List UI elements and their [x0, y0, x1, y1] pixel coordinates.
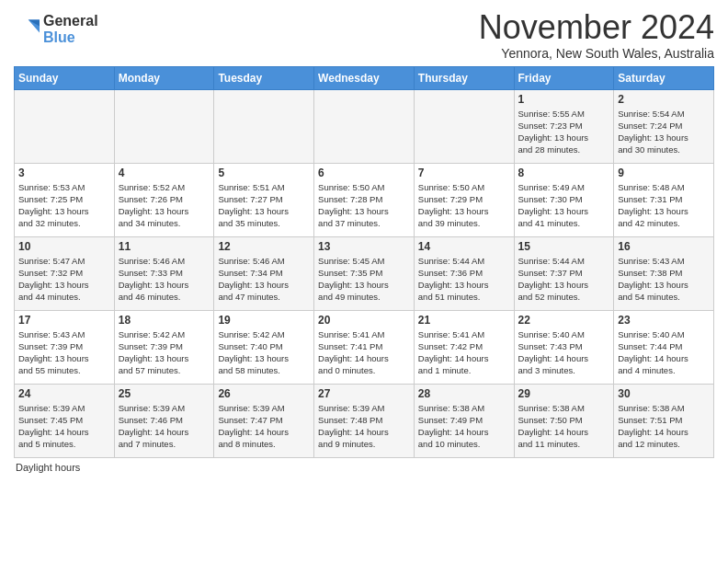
column-header-wednesday: Wednesday	[314, 66, 415, 89]
calendar-cell: 13Sunrise: 5:45 AM Sunset: 7:35 PM Dayli…	[314, 236, 415, 310]
day-number: 7	[418, 167, 510, 179]
day-number: 13	[318, 240, 410, 253]
logo: General Blue	[14, 13, 98, 46]
day-info: Sunrise: 5:42 AM Sunset: 7:39 PM Dayligh…	[119, 328, 210, 377]
day-info: Sunrise: 5:52 AM Sunset: 7:26 PM Dayligh…	[119, 181, 210, 230]
day-info: Sunrise: 5:46 AM Sunset: 7:34 PM Dayligh…	[218, 255, 310, 304]
day-number: 29	[518, 387, 610, 400]
calendar-cell: 5Sunrise: 5:51 AM Sunset: 7:27 PM Daylig…	[214, 163, 314, 236]
calendar-cell: 3Sunrise: 5:53 AM Sunset: 7:25 PM Daylig…	[15, 163, 115, 236]
day-info: Sunrise: 5:50 AM Sunset: 7:29 PM Dayligh…	[418, 181, 510, 230]
day-number: 28	[418, 387, 510, 400]
day-info: Sunrise: 5:53 AM Sunset: 7:25 PM Dayligh…	[18, 181, 110, 230]
calendar-week-row: 3Sunrise: 5:53 AM Sunset: 7:25 PM Daylig…	[15, 163, 714, 236]
day-number: 20	[318, 314, 410, 327]
day-number: 23	[618, 314, 710, 327]
calendar-cell: 9Sunrise: 5:48 AM Sunset: 7:31 PM Daylig…	[614, 163, 714, 236]
calendar-week-row: 17Sunrise: 5:43 AM Sunset: 7:39 PM Dayli…	[15, 310, 714, 384]
day-info: Sunrise: 5:48 AM Sunset: 7:31 PM Dayligh…	[618, 181, 710, 230]
calendar-cell: 2Sunrise: 5:54 AM Sunset: 7:24 PM Daylig…	[614, 89, 714, 163]
calendar-cell: 20Sunrise: 5:41 AM Sunset: 7:41 PM Dayli…	[314, 310, 415, 384]
day-number: 14	[418, 240, 510, 253]
day-number: 4	[119, 167, 210, 179]
day-info: Sunrise: 5:43 AM Sunset: 7:38 PM Dayligh…	[618, 255, 710, 304]
subtitle: Yennora, New South Wales, Australia	[479, 46, 714, 61]
day-number: 27	[318, 387, 410, 400]
calendar-week-row: 24Sunrise: 5:39 AM Sunset: 7:45 PM Dayli…	[15, 384, 714, 457]
day-info: Sunrise: 5:39 AM Sunset: 7:46 PM Dayligh…	[119, 402, 210, 451]
day-info: Sunrise: 5:39 AM Sunset: 7:47 PM Dayligh…	[218, 402, 310, 451]
day-number: 10	[18, 240, 110, 253]
calendar-header-row: SundayMondayTuesdayWednesdayThursdayFrid…	[15, 66, 714, 89]
day-info: Sunrise: 5:42 AM Sunset: 7:40 PM Dayligh…	[218, 328, 310, 377]
calendar-cell: 28Sunrise: 5:38 AM Sunset: 7:49 PM Dayli…	[414, 384, 514, 457]
day-info: Sunrise: 5:44 AM Sunset: 7:37 PM Dayligh…	[518, 255, 610, 304]
day-number: 9	[618, 167, 710, 179]
day-number: 11	[119, 240, 210, 253]
footer: Daylight hours	[14, 462, 714, 473]
calendar-cell: 6Sunrise: 5:50 AM Sunset: 7:28 PM Daylig…	[314, 163, 415, 236]
calendar-cell: 25Sunrise: 5:39 AM Sunset: 7:46 PM Dayli…	[114, 384, 214, 457]
day-number: 15	[518, 240, 610, 253]
day-info: Sunrise: 5:40 AM Sunset: 7:44 PM Dayligh…	[618, 328, 710, 377]
calendar-cell	[214, 89, 314, 163]
calendar-cell	[414, 89, 514, 163]
page-container: General Blue November 2024 Yennora, New …	[0, 0, 728, 477]
calendar-cell: 17Sunrise: 5:43 AM Sunset: 7:39 PM Dayli…	[15, 310, 115, 384]
day-info: Sunrise: 5:38 AM Sunset: 7:51 PM Dayligh…	[618, 402, 710, 451]
calendar-cell: 11Sunrise: 5:46 AM Sunset: 7:33 PM Dayli…	[114, 236, 214, 310]
calendar-cell: 26Sunrise: 5:39 AM Sunset: 7:47 PM Dayli…	[214, 384, 314, 457]
logo-icon	[14, 17, 40, 42]
calendar-cell: 27Sunrise: 5:39 AM Sunset: 7:48 PM Dayli…	[314, 384, 415, 457]
calendar-cell: 15Sunrise: 5:44 AM Sunset: 7:37 PM Dayli…	[514, 236, 614, 310]
day-info: Sunrise: 5:38 AM Sunset: 7:49 PM Dayligh…	[418, 402, 510, 451]
day-number: 3	[18, 167, 110, 179]
calendar-cell: 4Sunrise: 5:52 AM Sunset: 7:26 PM Daylig…	[114, 163, 214, 236]
day-info: Sunrise: 5:47 AM Sunset: 7:32 PM Dayligh…	[18, 255, 110, 304]
column-header-thursday: Thursday	[414, 66, 514, 89]
calendar-cell	[314, 89, 415, 163]
calendar-cell: 14Sunrise: 5:44 AM Sunset: 7:36 PM Dayli…	[414, 236, 514, 310]
logo-text: General Blue	[43, 13, 98, 46]
calendar-cell: 29Sunrise: 5:38 AM Sunset: 7:50 PM Dayli…	[514, 384, 614, 457]
day-number: 12	[218, 240, 310, 253]
day-number: 22	[518, 314, 610, 327]
day-info: Sunrise: 5:39 AM Sunset: 7:45 PM Dayligh…	[18, 402, 110, 451]
calendar-cell: 7Sunrise: 5:50 AM Sunset: 7:29 PM Daylig…	[414, 163, 514, 236]
calendar-cell: 22Sunrise: 5:40 AM Sunset: 7:43 PM Dayli…	[514, 310, 614, 384]
calendar-cell: 21Sunrise: 5:41 AM Sunset: 7:42 PM Dayli…	[414, 310, 514, 384]
day-number: 21	[418, 314, 510, 327]
day-number: 25	[119, 387, 210, 400]
day-info: Sunrise: 5:55 AM Sunset: 7:23 PM Dayligh…	[518, 108, 610, 156]
day-number: 1	[518, 93, 610, 106]
day-number: 26	[218, 387, 310, 400]
calendar-cell	[114, 89, 214, 163]
calendar-cell: 24Sunrise: 5:39 AM Sunset: 7:45 PM Dayli…	[15, 384, 115, 457]
day-info: Sunrise: 5:41 AM Sunset: 7:41 PM Dayligh…	[318, 328, 410, 377]
day-info: Sunrise: 5:38 AM Sunset: 7:50 PM Dayligh…	[518, 402, 610, 451]
day-info: Sunrise: 5:45 AM Sunset: 7:35 PM Dayligh…	[318, 255, 410, 304]
day-info: Sunrise: 5:43 AM Sunset: 7:39 PM Dayligh…	[18, 328, 110, 377]
title-section: November 2024 Yennora, New South Wales, …	[479, 9, 714, 61]
day-number: 6	[318, 167, 410, 179]
month-title: November 2024	[479, 9, 714, 46]
calendar-cell: 8Sunrise: 5:49 AM Sunset: 7:30 PM Daylig…	[514, 163, 614, 236]
day-number: 8	[518, 167, 610, 179]
calendar-cell: 23Sunrise: 5:40 AM Sunset: 7:44 PM Dayli…	[614, 310, 714, 384]
calendar-cell: 1Sunrise: 5:55 AM Sunset: 7:23 PM Daylig…	[514, 89, 614, 163]
column-header-saturday: Saturday	[614, 66, 714, 89]
day-number: 19	[218, 314, 310, 327]
day-number: 18	[119, 314, 210, 327]
column-header-sunday: Sunday	[15, 66, 115, 89]
calendar-table: SundayMondayTuesdayWednesdayThursdayFrid…	[14, 66, 714, 458]
day-info: Sunrise: 5:44 AM Sunset: 7:36 PM Dayligh…	[418, 255, 510, 304]
day-number: 5	[218, 167, 310, 179]
calendar-cell: 12Sunrise: 5:46 AM Sunset: 7:34 PM Dayli…	[214, 236, 314, 310]
daylight-hours-label: Daylight hours	[16, 462, 80, 473]
day-number: 2	[618, 93, 710, 106]
day-number: 24	[18, 387, 110, 400]
day-number: 30	[618, 387, 710, 400]
calendar-week-row: 1Sunrise: 5:55 AM Sunset: 7:23 PM Daylig…	[15, 89, 714, 163]
calendar-cell: 16Sunrise: 5:43 AM Sunset: 7:38 PM Dayli…	[614, 236, 714, 310]
day-info: Sunrise: 5:54 AM Sunset: 7:24 PM Dayligh…	[618, 108, 710, 156]
